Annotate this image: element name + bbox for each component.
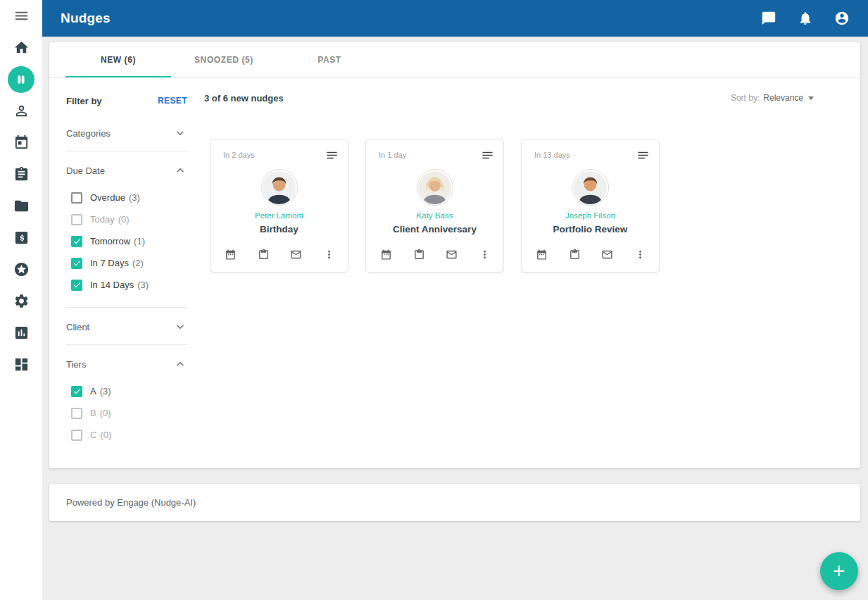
chat-icon[interactable] [761, 11, 776, 26]
avatar [572, 169, 609, 206]
client-name-link[interactable]: Peter Lamont [255, 211, 303, 220]
nudge-cards: In 2 days Peter Lamont Birthday [204, 139, 843, 273]
due-label: In 2 days [223, 149, 255, 159]
tab-new[interactable]: NEW (6) [65, 42, 171, 77]
filter-title: Filter by [66, 96, 102, 106]
kebab-menu-icon[interactable] [323, 249, 335, 261]
checkbox-unchecked[interactable] [71, 430, 82, 441]
account-icon[interactable] [834, 11, 850, 26]
clipboard-icon[interactable] [413, 249, 425, 261]
filter-section-tiers[interactable]: Tiers [66, 351, 187, 377]
add-nudge-fab[interactable]: + [820, 552, 858, 590]
option-count: (0) [100, 430, 111, 440]
mail-icon[interactable] [601, 249, 613, 261]
option-count: (0) [100, 408, 111, 418]
caret-down-icon [808, 96, 814, 100]
filter-option-today[interactable]: Today (0) [71, 208, 187, 230]
card-actions [366, 242, 503, 272]
client-name-link[interactable]: Katy Bass [417, 211, 453, 220]
documents-icon[interactable] [0, 190, 42, 222]
nudges-icon[interactable] [0, 63, 42, 95]
reset-filters-button[interactable]: RESET [158, 96, 187, 106]
option-count: (3) [100, 386, 111, 396]
option-label: C [90, 430, 96, 440]
divider [66, 151, 187, 151]
option-label: Today [90, 214, 115, 225]
notes-icon[interactable] [481, 149, 494, 162]
nudge-title: Birthday [260, 224, 298, 235]
tab-snoozed[interactable]: SNOOZED (5) [171, 42, 277, 77]
chevron-up-icon [173, 357, 187, 371]
content-background: NEW (6) SNOOZED (5) PAST Filter by RESET… [42, 37, 868, 600]
contacts-icon[interactable] [0, 95, 42, 127]
filter-option-tier-a[interactable]: A (3) [71, 380, 187, 402]
kebab-menu-icon[interactable] [479, 249, 491, 261]
home-icon[interactable] [0, 32, 42, 63]
tasks-icon[interactable] [0, 158, 42, 190]
notifications-icon[interactable] [798, 11, 813, 26]
filter-option-tier-b[interactable]: B (0) [71, 402, 187, 424]
calendar-icon[interactable] [225, 249, 237, 261]
nudge-card[interactable]: In 13 days Joseph Filson Portfolio Revie… [521, 139, 660, 273]
checkbox-checked[interactable] [71, 386, 82, 397]
checkbox-checked[interactable] [71, 236, 82, 247]
option-label: In 14 Days [90, 280, 134, 290]
tab-past[interactable]: PAST [277, 42, 382, 77]
settings-icon[interactable] [0, 285, 42, 317]
filter-option-in-14-days[interactable]: In 14 Days (3) [71, 274, 187, 296]
calendar-icon[interactable] [380, 249, 392, 261]
calendar-icon[interactable] [536, 249, 548, 261]
filter-section-due-date-label: Due Date [66, 165, 105, 176]
reports-icon[interactable] [0, 317, 42, 349]
calendar-icon[interactable] [0, 127, 42, 158]
chevron-down-icon [173, 320, 187, 334]
filter-section-categories[interactable]: Categories [66, 120, 187, 146]
notes-icon[interactable] [636, 149, 650, 162]
checkbox-checked[interactable] [71, 258, 82, 269]
footer-panel: Powered by Engage (Nudge-AI) [49, 484, 860, 521]
mail-icon[interactable] [290, 249, 302, 261]
left-rail [0, 0, 42, 600]
client-name-link[interactable]: Joseph Filson [565, 211, 615, 220]
dashboard-icon[interactable] [0, 349, 42, 380]
app-header: Nudges [42, 0, 868, 37]
filter-option-tier-c[interactable]: C (0) [71, 424, 187, 446]
due-label: In 1 day [379, 149, 406, 159]
tiers-options: A (3) B (0) C (0) [66, 377, 187, 453]
clipboard-icon[interactable] [569, 249, 581, 261]
divider [66, 307, 187, 308]
filter-option-overdue[interactable]: Overdue (3) [71, 187, 187, 208]
checkbox-unchecked[interactable] [71, 214, 82, 225]
filter-option-tomorrow[interactable]: Tomorrow (1) [71, 230, 187, 252]
favorites-icon[interactable] [0, 254, 42, 285]
filter-option-in-7-days[interactable]: In 7 Days (2) [71, 252, 187, 274]
billing-icon[interactable] [0, 222, 42, 254]
nudge-card[interactable]: In 1 day Katy Bass Client Anniversary [365, 139, 504, 273]
nudges-panel: NEW (6) SNOOZED (5) PAST Filter by RESET… [49, 42, 860, 468]
clipboard-icon[interactable] [258, 249, 270, 261]
card-actions [522, 242, 659, 272]
avatar [261, 169, 298, 206]
sort-label: Sort by: [731, 93, 760, 103]
notes-icon[interactable] [325, 149, 339, 162]
sort-dropdown[interactable]: Sort by: Relevance [731, 93, 814, 103]
nudge-title: Portfolio Review [553, 224, 628, 235]
filter-section-client[interactable]: Client [66, 313, 187, 340]
checkbox-unchecked[interactable] [71, 408, 82, 419]
nudge-card[interactable]: In 2 days Peter Lamont Birthday [210, 139, 348, 273]
kebab-menu-icon[interactable] [634, 249, 646, 261]
mail-icon[interactable] [446, 249, 458, 261]
nudge-count-summary: 3 of 6 new nudges [204, 93, 284, 104]
checkbox-unchecked[interactable] [71, 192, 82, 204]
filter-section-client-label: Client [66, 322, 89, 332]
tab-bar: NEW (6) SNOOZED (5) PAST [49, 42, 860, 77]
checkbox-checked[interactable] [71, 280, 82, 291]
divider [66, 344, 187, 345]
nudges-icon-active-circle [8, 66, 34, 93]
nudges-area: 3 of 6 new nudges Sort by: Relevance In … [204, 93, 843, 468]
filter-section-due-date[interactable]: Due Date [66, 157, 187, 184]
tab-new-label: NEW (6) [101, 55, 136, 65]
avatar [417, 169, 453, 206]
filter-section-tiers-label: Tiers [66, 359, 86, 370]
menu-icon[interactable] [0, 0, 42, 32]
